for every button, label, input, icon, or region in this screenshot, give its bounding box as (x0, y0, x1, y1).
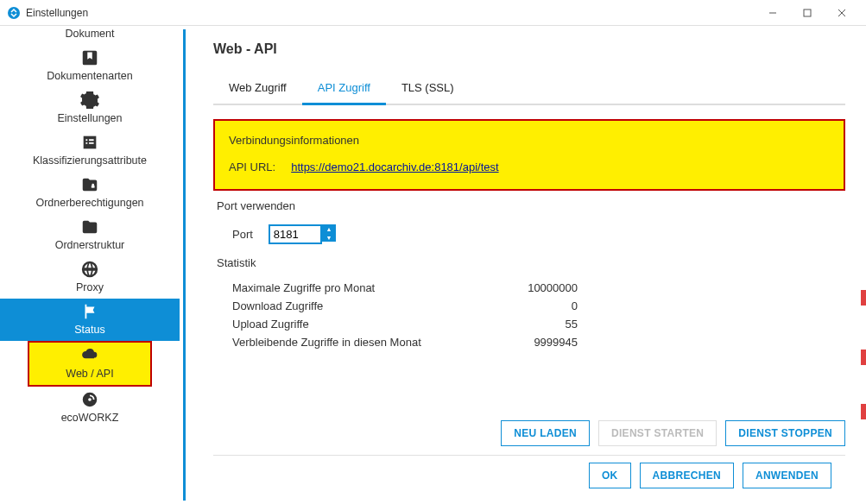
stats-section-title: Statistik (217, 256, 845, 269)
stat-row: Download Zugriffe0 (232, 299, 845, 312)
page-title: Web - API (213, 41, 845, 57)
auto-icon (78, 389, 102, 410)
sidebar-item-dokument[interactable]: Dokument (0, 26, 180, 45)
right-edge-markers (861, 26, 866, 504)
maximize-button[interactable] (790, 1, 825, 25)
stat-label: Upload Zugriffe (232, 318, 491, 331)
service-button-row: NEU LADEN DIENST STARTEN DIENST STOPPEN (213, 412, 845, 455)
edge-marker (861, 290, 866, 306)
port-input[interactable] (269, 224, 322, 244)
edge-marker (861, 350, 866, 365)
stat-value: 9999945 (491, 336, 578, 349)
edge-marker (861, 404, 866, 419)
globe-icon (78, 259, 102, 280)
svg-point-7 (88, 398, 92, 401)
stat-row: Maximale Zugriffe pro Monat10000000 (232, 281, 845, 294)
stat-value: 10000000 (491, 281, 578, 294)
tab-web-zugriff[interactable]: Web Zugriff (213, 72, 302, 105)
stop-service-button[interactable]: DIENST STOPPEN (725, 420, 845, 446)
sidebar-item-label: Web / API (66, 368, 113, 380)
sidebar-item-label: Dokumentenarten (47, 70, 132, 82)
flag-icon (78, 301, 102, 322)
sidebar-item-label: Ordnerstruktur (55, 239, 125, 251)
sidebar-item-proxy[interactable]: Proxy (0, 256, 180, 299)
main-panel: Web - API Web Zugriff API Zugriff TLS (S… (193, 26, 866, 504)
sidebar-item-label: Dokument (66, 28, 115, 40)
ok-button[interactable]: OK (589, 463, 631, 488)
port-spinner[interactable]: ▲▼ (322, 224, 336, 244)
stat-label: Download Zugriffe (232, 299, 491, 312)
sidebar-item-ordnerberechtigungen[interactable]: Ordnerberechtigungen (0, 172, 180, 214)
window-title: Einstellungen (26, 7, 755, 19)
sidebar-item-klassifizierung[interactable]: Klassifizierungsattribute (0, 129, 180, 172)
sidebar-item-label: Einstellungen (57, 112, 122, 124)
folder-lock-icon (78, 174, 102, 195)
tab-strip: Web Zugriff API Zugriff TLS (SSL) (213, 72, 845, 105)
app-logo-icon (7, 6, 21, 20)
stat-value: 0 (491, 299, 578, 312)
folder-icon (78, 217, 102, 237)
sidebar-item-label: Klassifizierungsattribute (33, 154, 147, 167)
connection-info-box: Verbindungsinformationen API URL: https:… (213, 119, 845, 191)
stat-row: Upload Zugriffe55 (232, 318, 845, 331)
sidebar-item-ordnerstruktur[interactable]: Ordnerstruktur (0, 214, 180, 256)
port-section-title: Port verwenden (217, 199, 845, 212)
svg-rect-6 (92, 186, 95, 188)
start-service-button: DIENST STARTEN (598, 420, 717, 446)
list-icon (78, 132, 102, 153)
sidebar-item-web-api[interactable]: Web / API (28, 341, 152, 387)
sidebar-divider (183, 29, 186, 501)
svg-rect-2 (804, 9, 811, 16)
sidebar-item-dokumentenarten[interactable]: Dokumentenarten (0, 45, 180, 87)
stats-table: Maximale Zugriffe pro Monat10000000 Down… (232, 281, 845, 349)
tab-content: Verbindungsinformationen API URL: https:… (213, 105, 845, 412)
apply-button[interactable]: ANWENDEN (743, 463, 831, 488)
sidebar-item-einstellungen[interactable]: Einstellungen (0, 87, 180, 129)
sidebar-item-status[interactable]: Status (0, 299, 180, 341)
cancel-button[interactable]: ABBRECHEN (640, 463, 734, 488)
stat-label: Verbleibende Zugriffe in diesen Monat (232, 336, 491, 349)
close-button[interactable] (825, 1, 859, 25)
reload-button[interactable]: NEU LADEN (501, 420, 590, 446)
stat-value: 55 (491, 318, 578, 331)
api-url-label: API URL: (229, 161, 275, 173)
port-label: Port (232, 228, 253, 241)
titlebar: Einstellungen (0, 0, 866, 26)
tab-api-zugriff[interactable]: API Zugriff (302, 72, 386, 105)
sidebar: Dokument Dokumentenarten Einstellungen K… (0, 26, 180, 504)
sidebar-item-label: Ordnerberechtigungen (35, 197, 143, 209)
dialog-footer: OK ABBRECHEN ANWENDEN (213, 455, 845, 495)
api-url-link[interactable]: https://demo21.docarchiv.de:8181/api/tes… (291, 161, 498, 173)
gear-icon (78, 90, 102, 110)
bookmark-icon (78, 47, 102, 68)
sidebar-item-ecoworkz[interactable]: ecoWORKZ (0, 387, 180, 429)
sidebar-item-label: Proxy (76, 281, 104, 293)
stat-label: Maximale Zugriffe pro Monat (232, 281, 491, 294)
tab-tls-ssl[interactable]: TLS (SSL) (386, 72, 470, 105)
cloud-icon (78, 345, 102, 366)
connection-info-title: Verbindungsinformationen (229, 134, 830, 147)
minimize-button[interactable] (755, 1, 790, 25)
sidebar-item-label: ecoWORKZ (61, 412, 119, 424)
sidebar-item-label: Status (74, 324, 104, 336)
stat-row: Verbleibende Zugriffe in diesen Monat999… (232, 336, 845, 349)
